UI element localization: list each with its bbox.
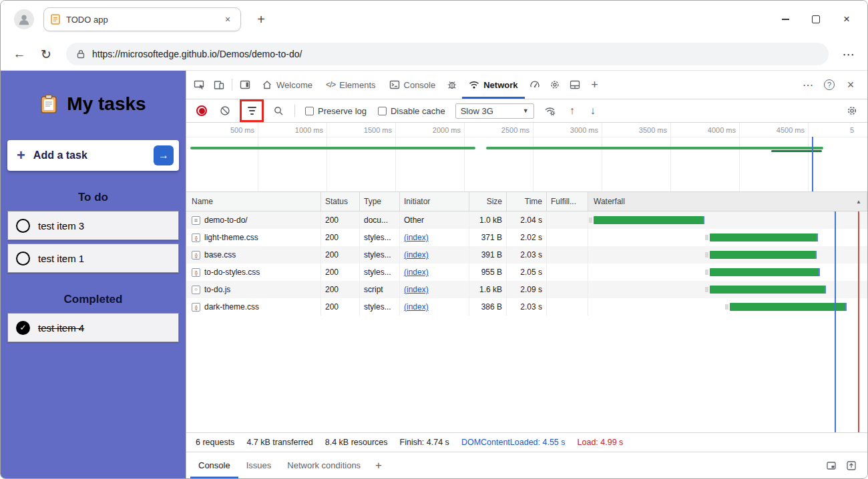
performance-icon[interactable] [525,75,545,95]
table-row[interactable]: demo-to-do/ 200 docu... Other 1.0 kB 2.0… [186,211,867,229]
request-fulfilled [547,298,588,316]
tab-network[interactable]: Network [462,71,524,99]
preserve-log-checkbox[interactable]: Preserve log [305,106,367,116]
tab-console[interactable]: Console [383,71,443,99]
window-maximize-button[interactable] [801,7,831,31]
tab-elements[interactable]: </> Elements [319,71,383,99]
panel-layout-icon[interactable] [235,75,255,95]
add-task-submit-button[interactable]: → [154,145,174,165]
file-icon [192,303,200,312]
disable-cache-checkbox[interactable]: Disable cache [378,106,445,116]
resources-size: 8.4 kB resources [325,438,388,447]
drawer-tabbar: Console Issues Network conditions + [186,452,867,478]
column-header-size[interactable]: Size [469,192,507,211]
new-tab-button[interactable]: + [252,12,270,27]
request-fulfilled [547,281,588,298]
table-header: Name Status Type Initiator Size Time Ful… [186,192,867,211]
clipboard-icon [40,94,57,114]
person-icon [17,12,31,27]
network-conditions-icon[interactable] [540,101,560,121]
waterfall-bar [594,216,704,224]
application-icon[interactable] [545,75,565,95]
address-bar[interactable]: https://microsoftedge.github.io/Demos/de… [66,43,829,65]
request-initiator[interactable]: (index) [400,298,469,316]
search-button[interactable] [268,101,288,121]
column-header-waterfall[interactable]: Waterfall ▲ [588,192,867,211]
task-checkbox[interactable] [16,252,30,266]
drawer-tab-issues[interactable]: Issues [238,452,280,478]
drawer-dock-icon[interactable] [826,460,837,471]
request-initiator[interactable]: (index) [400,246,469,264]
table-row[interactable]: to-do.js 200 script (index) 1.6 kB 2.09 … [186,281,867,298]
profile-avatar[interactable] [14,9,34,29]
browser-tab[interactable]: TODO app × [43,7,241,31]
todo-app-title: My tasks [67,93,146,115]
table-row[interactable]: dark-theme.css 200 styles... (index) 386… [186,298,867,316]
network-toolbar: Preserve log Disable cache Slow 3G ▼ ↑ ↓ [186,99,867,123]
task-item: test item 3 [7,211,179,240]
request-initiator[interactable]: Other [400,211,469,229]
layout-icon[interactable] [565,75,585,95]
waterfall-bar [710,233,818,242]
tick-label: 2000 ms [433,126,461,134]
import-har-icon[interactable]: ↑ [564,105,581,117]
debugger-bug-icon[interactable] [442,75,462,95]
drawer-tab-console[interactable]: Console [190,452,238,478]
request-status: 200 [321,264,360,281]
todo-section-heading: To do [1,191,186,204]
clear-button[interactable] [215,101,235,121]
column-header-fulfilled[interactable]: Fulfill... [547,192,588,211]
column-header-status[interactable]: Status [321,192,360,211]
new-task-input[interactable]: + Add a task → [7,140,179,171]
tick-label: 3000 ms [570,126,598,134]
help-icon[interactable]: ? [819,75,839,95]
export-har-icon[interactable]: ↓ [584,105,602,117]
back-button[interactable]: ← [7,43,31,65]
throttling-select[interactable]: Slow 3G ▼ [455,103,534,119]
request-initiator[interactable]: (index) [400,281,469,298]
request-size: 1.0 kB [469,211,507,229]
table-row[interactable]: base.css 200 styles... (index) 391 B 2.0… [186,246,867,264]
network-overview-timeline[interactable]: 500 ms 1000 ms 1500 ms 2000 ms 2500 ms 3… [186,123,867,192]
column-header-name[interactable]: Name [186,192,321,211]
inspect-icon[interactable] [189,75,209,95]
request-fulfilled [547,264,588,281]
window-close-button[interactable]: × [831,7,862,31]
drawer-expand-icon[interactable] [846,460,857,471]
filter-button[interactable] [244,103,260,119]
network-settings-gear-icon[interactable] [842,101,862,121]
tick-label: 4000 ms [708,126,736,134]
request-status: 200 [321,246,360,264]
tab-welcome[interactable]: Welcome [255,71,319,99]
tab-close-icon[interactable]: × [222,14,234,25]
table-row[interactable]: light-theme.css 200 styles... (index) 37… [186,229,867,246]
column-header-type[interactable]: Type [360,192,400,211]
devtools-more-icon[interactable]: ⋯ [798,75,818,95]
request-initiator[interactable]: (index) [400,264,469,281]
request-initiator[interactable]: (index) [400,229,469,246]
column-header-time[interactable]: Time [507,192,547,211]
task-label: test item 1 [38,253,84,264]
tab-title: TODO app [66,15,216,25]
network-icon [469,79,479,90]
tick-label: 500 ms [230,126,254,134]
refresh-button[interactable]: ↻ [34,43,58,65]
device-emulation-icon[interactable] [209,75,229,95]
lock-icon [77,49,85,59]
tick-label: 1000 ms [295,126,323,134]
sort-asc-icon: ▲ [856,199,861,205]
drawer-add-tab-button[interactable]: + [369,459,389,472]
devtools-close-icon[interactable]: × [841,75,861,95]
drawer-tab-network-conditions[interactable]: Network conditions [279,452,369,478]
request-type: styles... [360,298,400,316]
request-size: 371 B [469,229,507,246]
task-checkbox[interactable] [16,219,30,233]
table-row[interactable]: to-do-styles.css 200 styles... (index) 9… [186,264,867,281]
record-button[interactable] [192,101,212,121]
column-header-initiator[interactable]: Initiator [400,192,469,211]
task-checkbox-checked[interactable]: ✓ [16,321,30,335]
browser-menu-button[interactable]: ⋯ [837,43,861,65]
add-tool-button[interactable]: + [585,75,605,95]
window-minimize-button[interactable] [770,7,801,31]
home-icon [262,79,272,90]
